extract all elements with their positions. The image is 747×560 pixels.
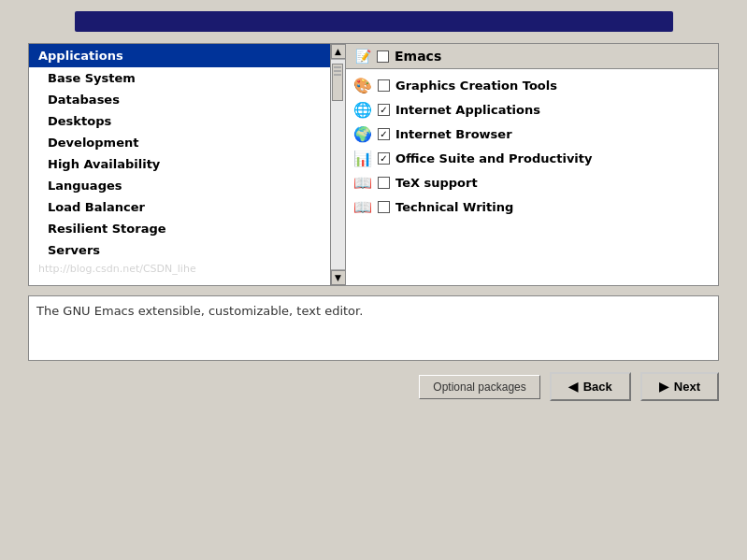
scroll-track[interactable] — [331, 59, 345, 270]
next-button[interactable]: ▶ Next — [640, 372, 719, 401]
watermark: http://blog.csdn.net/CSDN_lihe — [29, 261, 330, 277]
pkg-icon: 📖 — [353, 197, 372, 216]
right-panel-list: 🎨 Graphics Creation Tools 🌐 ✓ Internet A… — [346, 69, 718, 223]
right-panel-title: Emacs — [395, 49, 441, 64]
pkg-label: Internet Browser — [395, 127, 512, 141]
description-text: The GNU Emacs extensible, customizable, … — [36, 304, 363, 318]
bottom-row: Optional packages ◀ Back ▶ Next — [28, 372, 719, 401]
list-item[interactable]: Languages — [29, 175, 330, 196]
left-panel-list: Base System Databases Desktops Developme… — [29, 67, 330, 261]
list-item[interactable]: High Availability — [29, 153, 330, 175]
pkg-checkbox[interactable]: ✓ — [378, 128, 390, 140]
list-item[interactable]: Base System — [29, 67, 330, 89]
list-item[interactable]: Databases — [29, 89, 330, 110]
optional-packages-button[interactable]: Optional packages — [419, 375, 539, 399]
pkg-icon: 📖 — [353, 173, 372, 192]
list-item: 🎨 Graphics Creation Tools — [346, 73, 718, 97]
scroll-thumb[interactable] — [332, 64, 343, 101]
right-panel-header: 📝 Emacs — [346, 44, 718, 69]
pkg-icon: 🌐 — [353, 100, 372, 119]
list-item[interactable]: Desktops — [29, 110, 330, 132]
next-icon: ▶ — [659, 380, 668, 394]
pkg-checkbox[interactable]: ✓ — [378, 104, 390, 116]
scroll-up-btn[interactable]: ▲ — [331, 44, 346, 59]
scroll-down-btn[interactable]: ▼ — [331, 270, 346, 285]
list-item: 📊 ✓ Office Suite and Productivity — [346, 146, 718, 170]
next-label: Next — [674, 380, 700, 394]
pkg-checkbox[interactable]: ✓ — [378, 152, 390, 165]
emacs-header-icon: 📝 — [355, 49, 371, 64]
left-scrollbar[interactable]: ▲ ▼ — [330, 44, 345, 285]
back-icon: ◀ — [568, 380, 578, 394]
pkg-label: Graphics Creation Tools — [395, 79, 557, 93]
back-label: Back — [583, 380, 612, 394]
list-item: 📖 Technical Writing — [346, 194, 718, 219]
pkg-label: TeX support — [395, 176, 478, 190]
main-content: Applications Base System Databases Deskt… — [28, 43, 719, 286]
list-item[interactable]: Load Balancer — [29, 196, 330, 218]
pkg-label: Technical Writing — [395, 200, 513, 214]
pkg-icon: 🌍 — [353, 124, 372, 143]
pkg-checkbox[interactable] — [378, 201, 390, 213]
pkg-icon: 📊 — [353, 149, 372, 167]
pkg-icon: 🎨 — [353, 76, 372, 94]
list-item: 🌍 ✓ Internet Browser — [346, 122, 718, 146]
description-box: The GNU Emacs extensible, customizable, … — [28, 295, 719, 361]
right-panel: 📝 Emacs 🎨 Graphics Creation Tools 🌐 ✓ In… — [346, 43, 719, 286]
pkg-label: Office Suite and Productivity — [395, 151, 593, 165]
back-button[interactable]: ◀ Back — [550, 372, 631, 401]
list-item: 📖 TeX support — [346, 170, 718, 194]
header-checkbox[interactable] — [377, 50, 389, 63]
top-bar — [75, 11, 673, 32]
list-item[interactable]: Development — [29, 132, 330, 153]
left-panel: Applications Base System Databases Deskt… — [29, 44, 330, 285]
list-item[interactable]: Resilient Storage — [29, 218, 330, 239]
pkg-checkbox[interactable] — [378, 177, 390, 189]
left-panel-header: Applications — [29, 44, 330, 67]
pkg-checkbox[interactable] — [378, 79, 390, 92]
pkg-label: Internet Applications — [395, 103, 540, 117]
list-item: 🌐 ✓ Internet Applications — [346, 97, 718, 122]
list-item[interactable]: Servers — [29, 239, 330, 261]
